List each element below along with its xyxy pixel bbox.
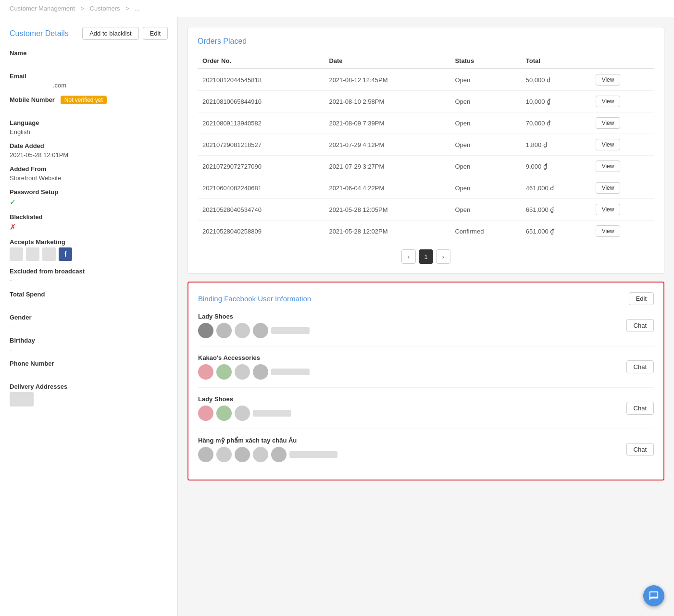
next-page-button[interactable]: › (436, 249, 450, 264)
order-total-cell: 651,000 ₫ (521, 199, 591, 221)
order-date-cell: 2021-08-10 2:58PM (324, 91, 450, 112)
chat-button[interactable]: Chat (626, 360, 654, 373)
breadcrumb-item-1[interactable]: Customer Management (10, 5, 75, 12)
breadcrumb-item-2[interactable]: Customers (90, 5, 120, 12)
fb-entry-name: Lady Shoes (198, 313, 310, 320)
fb-avatar (235, 406, 250, 421)
view-order-button[interactable]: View (596, 74, 621, 86)
fb-entries-list: Lady Shoes Chat Kakao's Accessories Chat (198, 313, 654, 470)
chat-button[interactable]: Chat (626, 319, 654, 332)
breadcrumb-sep-2: > (125, 5, 131, 12)
orders-placed-title: Orders Placed (198, 37, 654, 46)
view-order-button[interactable]: View (596, 139, 621, 150)
marketing-icon-3 (42, 247, 56, 261)
marketing-icon-1 (10, 247, 23, 261)
fb-edit-button[interactable]: Edit (629, 292, 654, 305)
chat-button[interactable]: Chat (626, 402, 654, 415)
chat-fab-button[interactable] (643, 585, 664, 606)
order-view-cell: View (591, 177, 654, 199)
add-to-blacklist-button[interactable]: Add to blacklist (82, 27, 138, 40)
email-value: .com (10, 82, 168, 89)
password-setup-value: ✓ (10, 197, 168, 207)
blacklisted-value: ✗ (10, 222, 168, 232)
view-order-button[interactable]: View (596, 160, 621, 172)
page-1-button[interactable]: 1 (419, 249, 433, 264)
fb-entry-header: Hàng mỹ phẩm xách tay châu Âu Chat (198, 437, 654, 462)
fb-avatar (235, 323, 250, 338)
fb-avatar (253, 364, 268, 380)
fb-name-bar (289, 451, 337, 458)
fb-avatar (216, 323, 232, 338)
accepts-marketing-label: Accepts Marketing (10, 238, 168, 246)
view-order-button[interactable]: View (596, 204, 621, 215)
order-status-cell: Open (450, 199, 521, 221)
col-order-no: Order No. (198, 53, 324, 69)
check-icon-2 (29, 250, 37, 258)
delivery-label: Delivery Addresses (10, 383, 168, 390)
list-item: Lady Shoes Chat (198, 313, 654, 346)
order-view-cell: View (591, 221, 654, 242)
list-item: Kakao's Accessories Chat (198, 354, 654, 388)
table-row: 20210528040258809 2021-05-28 12:02PM Con… (198, 221, 654, 242)
fb-avatar-row (198, 447, 337, 462)
view-order-button[interactable]: View (596, 182, 621, 194)
col-date: Date (324, 53, 450, 69)
fb-avatar (198, 364, 213, 380)
order-no-cell: 20210810065844910 (198, 91, 324, 112)
fb-entry-content: Kakao's Accessories (198, 354, 310, 380)
table-row: 20210812044545818 2021-08-12 12:45PM Ope… (198, 69, 654, 91)
fb-avatar (198, 406, 213, 421)
order-view-cell: View (591, 112, 654, 134)
fb-avatar (216, 364, 232, 380)
table-row: 20210604082240681 2021-06-04 4:22PM Open… (198, 177, 654, 199)
order-status-cell: Open (450, 112, 521, 134)
order-status-cell: Open (450, 91, 521, 112)
fb-avatar-row (198, 406, 291, 421)
fb-avatar (198, 323, 213, 338)
order-status-cell: Open (450, 69, 521, 91)
fb-entry-header: Kakao's Accessories Chat (198, 354, 654, 380)
name-value (10, 59, 168, 66)
order-date-cell: 2021-05-28 12:02PM (324, 221, 450, 242)
chat-button[interactable]: Chat (626, 443, 654, 456)
view-order-button[interactable]: View (596, 117, 621, 129)
right-panel: Orders Placed Order No. Date Status Tota… (178, 17, 674, 616)
marketing-icons-group: f (10, 247, 168, 261)
order-view-cell: View (591, 91, 654, 112)
check-icon-3 (45, 250, 53, 258)
gender-label: Gender (10, 314, 168, 321)
fb-avatar (253, 323, 268, 338)
excluded-value: - (10, 277, 168, 284)
view-order-button[interactable]: View (596, 225, 621, 237)
breadcrumb: Customer Management > Customers > ... (0, 0, 674, 17)
edit-customer-button[interactable]: Edit (143, 27, 168, 40)
col-status: Status (450, 53, 521, 69)
name-label: Name (10, 49, 168, 57)
order-date-cell: 2021-05-28 12:05PM (324, 199, 450, 221)
fb-section-title: Binding Facebook User Information (198, 295, 311, 303)
prev-page-button[interactable]: ‹ (401, 249, 416, 264)
blacklisted-label: Blacklisted (10, 213, 168, 221)
order-status-cell: Open (450, 134, 521, 156)
panel-header: Customer Details Add to blacklist Edit (10, 27, 168, 40)
order-total-cell: 9,000 ₫ (521, 156, 591, 177)
svg-rect-2 (45, 250, 53, 258)
svg-rect-1 (29, 250, 37, 258)
breadcrumb-sep-1: > (80, 5, 86, 12)
phone-label: Phone Number (10, 360, 168, 367)
phone-value (10, 369, 168, 376)
panel-title: Customer Details (10, 29, 69, 38)
order-status-cell: Open (450, 177, 521, 199)
fb-avatar (198, 447, 213, 462)
fb-name-bar (271, 327, 310, 334)
order-view-cell: View (591, 134, 654, 156)
total-spend-value (10, 300, 168, 307)
fb-entry-header: Lady Shoes Chat (198, 313, 654, 338)
fb-entry-content: Hàng mỹ phẩm xách tay châu Âu (198, 437, 337, 462)
table-row: 20210729072727090 2021-07-29 3:27PM Open… (198, 156, 654, 177)
order-date-cell: 2021-08-09 7:39PM (324, 112, 450, 134)
order-no-cell: 20210809113940582 (198, 112, 324, 134)
check-icon-1 (12, 250, 20, 258)
view-order-button[interactable]: View (596, 96, 621, 107)
fb-avatar-row (198, 364, 310, 380)
